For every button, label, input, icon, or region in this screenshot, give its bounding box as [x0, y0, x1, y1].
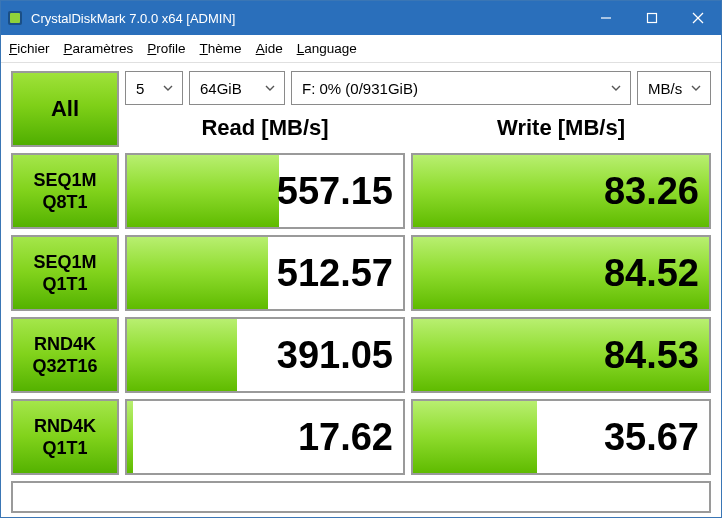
result-value: 35.67 — [604, 416, 699, 459]
tests-container: SEQ1MQ8T1557.1583.26SEQ1MQ1T1512.5784.52… — [11, 153, 711, 475]
read-result: 17.62 — [125, 399, 405, 475]
run-test-button[interactable]: SEQ1MQ8T1 — [11, 153, 119, 229]
result-bar — [127, 401, 133, 473]
chevron-down-icon — [264, 85, 276, 91]
chevron-down-icon — [610, 85, 622, 91]
test-label-line2: Q8T1 — [42, 191, 87, 214]
read-header: Read [MB/s] — [125, 115, 405, 141]
run-test-button[interactable]: RND4KQ32T16 — [11, 317, 119, 393]
test-label-line1: RND4K — [34, 415, 96, 438]
chevron-down-icon — [162, 85, 174, 91]
run-all-button[interactable]: All — [11, 71, 119, 147]
result-bar — [127, 237, 268, 309]
minimize-button[interactable] — [583, 1, 629, 35]
result-value: 512.57 — [277, 252, 393, 295]
chevron-down-icon — [690, 85, 702, 91]
read-result: 557.15 — [125, 153, 405, 229]
test-row: SEQ1MQ8T1557.1583.26 — [11, 153, 711, 229]
write-result: 84.53 — [411, 317, 711, 393]
result-value: 17.62 — [298, 416, 393, 459]
test-label-line2: Q1T1 — [42, 273, 87, 296]
test-label-line2: Q1T1 — [42, 437, 87, 460]
result-value: 84.52 — [604, 252, 699, 295]
run-test-button[interactable]: RND4KQ1T1 — [11, 399, 119, 475]
window-title: CrystalDiskMark 7.0.0 x64 [ADMIN] — [29, 11, 583, 26]
read-result: 512.57 — [125, 235, 405, 311]
test-row: SEQ1MQ1T1512.5784.52 — [11, 235, 711, 311]
svg-rect-1 — [10, 13, 20, 23]
unit-value: MB/s — [648, 80, 682, 97]
menu-theme[interactable]: Thème — [200, 41, 242, 56]
test-label-line1: RND4K — [34, 333, 96, 356]
svg-rect-3 — [648, 14, 657, 23]
test-count-select[interactable]: 5 — [125, 71, 183, 105]
menu-help[interactable]: Aide — [256, 41, 283, 56]
test-count-value: 5 — [136, 80, 144, 97]
result-value: 391.05 — [277, 334, 393, 377]
test-size-value: 64GiB — [200, 80, 242, 97]
write-result: 83.26 — [411, 153, 711, 229]
menu-parameters[interactable]: Paramètres — [64, 41, 134, 56]
test-size-select[interactable]: 64GiB — [189, 71, 285, 105]
window-controls — [583, 1, 721, 35]
write-result: 84.52 — [411, 235, 711, 311]
result-bar — [127, 319, 237, 391]
drive-select[interactable]: F: 0% (0/931GiB) — [291, 71, 631, 105]
write-header: Write [MB/s] — [411, 115, 711, 141]
test-label-line2: Q32T16 — [32, 355, 97, 378]
test-row: RND4KQ32T16391.0584.53 — [11, 317, 711, 393]
app-icon — [1, 10, 29, 26]
write-result: 35.67 — [411, 399, 711, 475]
run-test-button[interactable]: SEQ1MQ1T1 — [11, 235, 119, 311]
result-bar — [413, 401, 537, 473]
read-result: 391.05 — [125, 317, 405, 393]
status-bar — [11, 481, 711, 513]
result-bar — [127, 155, 279, 227]
run-all-label: All — [51, 96, 79, 122]
menubar: Fichier Paramètres Profile Thème Aide La… — [1, 35, 721, 63]
test-row: RND4KQ1T117.6235.67 — [11, 399, 711, 475]
workarea: All 5 64GiB F: 0% (0/931GiB) MB/s — [1, 63, 721, 518]
test-label-line1: SEQ1M — [33, 169, 96, 192]
drive-value: F: 0% (0/931GiB) — [302, 80, 418, 97]
menu-language[interactable]: Language — [297, 41, 357, 56]
test-label-line1: SEQ1M — [33, 251, 96, 274]
result-value: 83.26 — [604, 170, 699, 213]
unit-select[interactable]: MB/s — [637, 71, 711, 105]
maximize-button[interactable] — [629, 1, 675, 35]
titlebar: CrystalDiskMark 7.0.0 x64 [ADMIN] — [1, 1, 721, 35]
result-value: 557.15 — [277, 170, 393, 213]
result-value: 84.53 — [604, 334, 699, 377]
menu-profile[interactable]: Profile — [147, 41, 185, 56]
menu-file[interactable]: Fichier — [9, 41, 50, 56]
close-button[interactable] — [675, 1, 721, 35]
